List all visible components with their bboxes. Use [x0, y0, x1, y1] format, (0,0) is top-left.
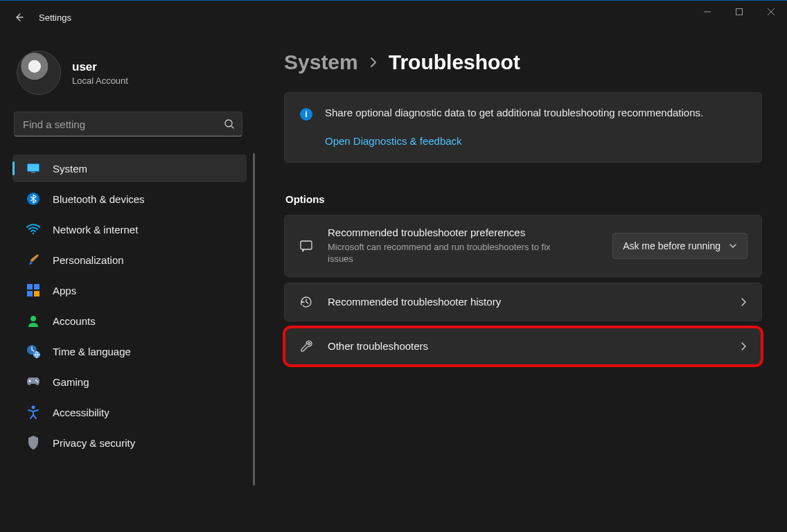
close-icon	[768, 8, 775, 15]
svg-rect-0	[736, 9, 743, 15]
apps-icon	[26, 283, 40, 297]
svg-rect-3	[28, 164, 39, 171]
svg-point-15	[37, 381, 38, 382]
sidebar-item-label: Apps	[53, 285, 76, 296]
back-button[interactable]	[6, 3, 33, 31]
sidebar-item-label: Accounts	[53, 315, 96, 327]
settings-window: Settings user Local Account	[0, 0, 787, 532]
search-wrap	[0, 112, 256, 149]
breadcrumb-current: Troubleshoot	[389, 51, 520, 74]
svg-rect-8	[34, 284, 39, 290]
sidebar-item-label: Network & internet	[53, 224, 138, 236]
preferences-dropdown[interactable]: Ask me before running	[612, 233, 748, 259]
profile-subtitle: Local Account	[72, 76, 128, 86]
sidebar-item-system[interactable]: System	[12, 154, 247, 182]
shield-icon	[26, 436, 40, 450]
avatar	[17, 51, 61, 95]
card-troubleshooter-history[interactable]: Recommended troubleshooter history	[284, 283, 762, 321]
search-box[interactable]	[14, 112, 242, 136]
info-icon: i	[300, 108, 312, 121]
chat-icon	[299, 238, 314, 254]
wifi-icon	[26, 222, 40, 236]
section-title: Options	[285, 193, 762, 205]
monitor-icon	[26, 161, 40, 175]
sidebar-item-personalization[interactable]: Personalization	[12, 246, 247, 274]
chevron-right-icon	[369, 56, 378, 69]
card-subtitle: Microsoft can recommend and run troubles…	[328, 241, 563, 265]
person-icon	[26, 314, 40, 328]
sidebar-item-label: Accessibility	[53, 407, 109, 418]
sidebar-item-label: Gaming	[53, 376, 89, 388]
chevron-right-icon	[739, 341, 748, 352]
svg-point-11	[30, 316, 36, 321]
maximize-icon	[736, 8, 743, 15]
svg-rect-10	[34, 291, 39, 296]
nav: System Bluetooth & devices Network & int…	[0, 149, 256, 532]
sidebar: user Local Account System	[0, 34, 256, 532]
card-troubleshooter-preferences[interactable]: Recommended troubleshooter preferences M…	[284, 215, 762, 277]
wrench-icon	[299, 339, 314, 354]
sidebar-item-label: Time & language	[53, 346, 131, 357]
sidebar-item-label: Personalization	[53, 254, 124, 266]
profile-name: user	[72, 60, 128, 74]
open-diagnostics-link[interactable]: Open Diagnostics & feedback	[325, 135, 462, 147]
minimize-icon	[704, 8, 711, 15]
minimize-button[interactable]	[691, 1, 723, 23]
app-title: Settings	[39, 12, 71, 23]
paintbrush-icon	[26, 253, 40, 267]
profile-block[interactable]: user Local Account	[0, 38, 256, 112]
svg-rect-4	[31, 172, 35, 173]
svg-point-16	[32, 406, 35, 409]
diagnostics-info-card: i Share optional diagnostic data to get …	[284, 92, 762, 163]
sidebar-item-privacy[interactable]: Privacy & security	[12, 429, 247, 456]
content: user Local Account System	[0, 34, 787, 532]
dropdown-value: Ask me before running	[623, 240, 720, 251]
sidebar-item-time-language[interactable]: Time & language	[12, 337, 247, 365]
card-title: Recommended troubleshooter history	[328, 296, 725, 308]
sidebar-item-accessibility[interactable]: Accessibility	[12, 398, 247, 426]
svg-rect-7	[27, 284, 33, 290]
sidebar-item-apps[interactable]: Apps	[12, 276, 247, 304]
breadcrumb-parent[interactable]: System	[284, 51, 358, 74]
sidebar-item-accounts[interactable]: Accounts	[12, 307, 247, 335]
scrollbar[interactable]	[253, 153, 255, 486]
close-button[interactable]	[755, 1, 787, 23]
breadcrumb: System Troubleshoot	[284, 51, 762, 74]
sidebar-item-label: System	[53, 163, 87, 175]
info-text: Share optional diagnostic data to get ad…	[325, 105, 746, 121]
gamepad-icon	[26, 375, 40, 389]
card-other-troubleshooters[interactable]: Other troubleshooters	[284, 327, 762, 366]
sidebar-item-label: Bluetooth & devices	[53, 193, 145, 205]
svg-point-14	[35, 380, 37, 381]
sidebar-item-label: Privacy & security	[53, 437, 135, 449]
sidebar-item-network[interactable]: Network & internet	[12, 215, 247, 243]
main: System Troubleshoot i Share optional dia…	[256, 34, 787, 532]
clock-globe-icon	[26, 344, 40, 358]
svg-rect-17	[301, 241, 312, 249]
accessibility-icon	[26, 405, 40, 419]
card-title: Recommended troubleshooter preferences	[328, 227, 599, 238]
svg-rect-9	[27, 291, 33, 296]
search-icon	[217, 118, 242, 130]
chevron-right-icon	[739, 296, 748, 308]
sidebar-item-bluetooth[interactable]: Bluetooth & devices	[12, 185, 247, 213]
titlebar: Settings	[0, 1, 787, 34]
history-icon	[299, 294, 314, 310]
svg-point-1	[225, 120, 232, 127]
maximize-button[interactable]	[723, 1, 755, 23]
window-controls	[691, 1, 787, 23]
card-title: Other troubleshooters	[328, 340, 725, 352]
chevron-down-icon	[729, 242, 737, 250]
search-input[interactable]	[15, 118, 217, 130]
sidebar-item-gaming[interactable]: Gaming	[12, 368, 247, 396]
bluetooth-icon	[26, 192, 40, 206]
svg-point-6	[33, 233, 35, 235]
arrow-left-icon	[14, 12, 25, 23]
